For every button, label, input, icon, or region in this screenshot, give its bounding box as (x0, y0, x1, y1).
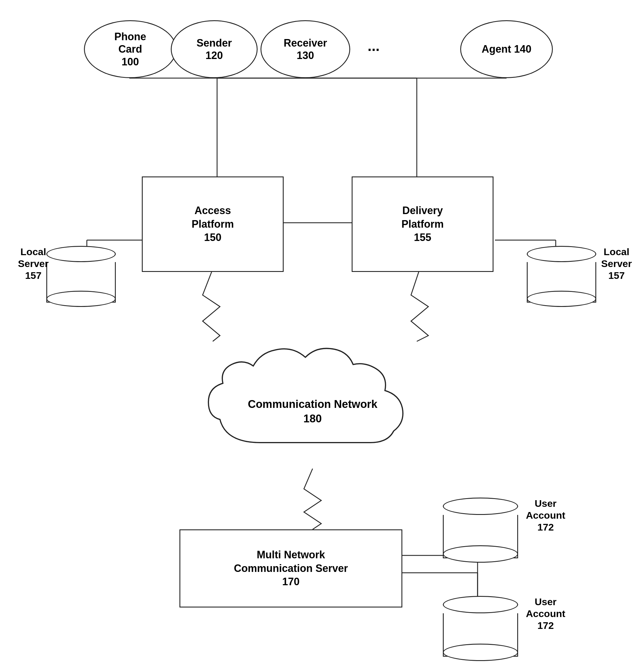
svg-text:180: 180 (303, 412, 321, 425)
phone-card-node: Phone Card 100 (84, 20, 177, 78)
access-platform-node: Access Platform 150 (142, 177, 284, 272)
local-server-right-node (527, 246, 596, 303)
user-account-top-node (443, 497, 518, 558)
local-server-left-label: Local Server 157 (16, 246, 51, 281)
mncs-node: Multi Network Communication Server 170 (179, 529, 402, 608)
agent-node: Agent 140 (460, 20, 553, 78)
user-account-bottom-label: User Account 172 (524, 596, 567, 631)
diagram: Phone Card 100 Sender 120 Receiver 130 .… (0, 0, 644, 672)
receiver-node: Receiver 130 (260, 20, 350, 78)
dots-label: ... (367, 38, 380, 55)
sender-node: Sender 120 (171, 20, 258, 78)
svg-text:Communication Network: Communication Network (248, 398, 377, 410)
local-server-left-node (46, 246, 116, 303)
user-account-bottom-node (443, 596, 518, 657)
user-account-top-label: User Account 172 (524, 497, 567, 533)
comm-network-node: Communication Network 180 (203, 333, 423, 476)
cloud-shape: Communication Network 180 (203, 333, 423, 475)
delivery-platform-node: Delivery Platform 155 (352, 177, 493, 272)
local-server-right-label: Local Server 157 (598, 246, 635, 281)
